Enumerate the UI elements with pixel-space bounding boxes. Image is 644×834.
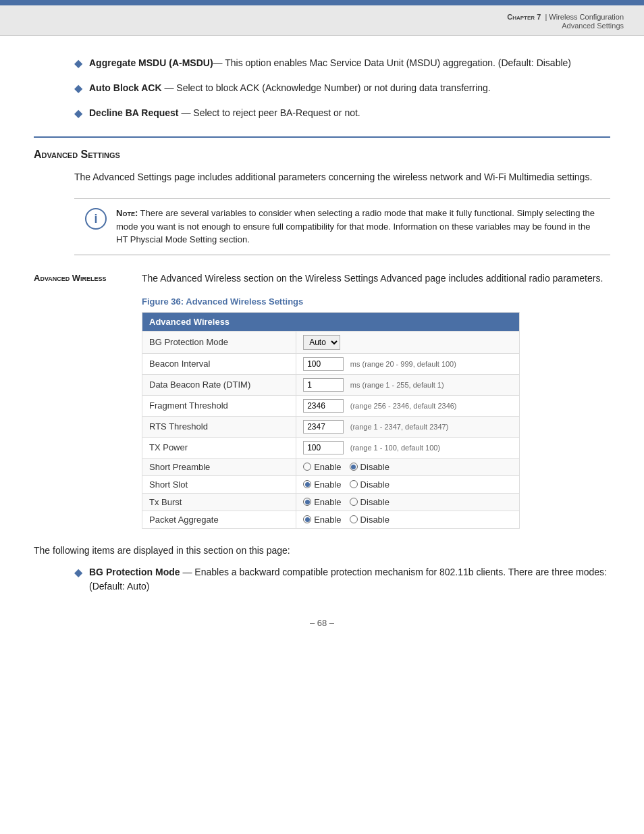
table-row: RTS Threshold (range 1 - 2347, default 2… [142, 416, 520, 437]
chapter-title: | Wireless Configuration [543, 13, 624, 21]
table-row: Short Slot Enable Disable [142, 475, 520, 493]
packet-aggregate-disable-option[interactable]: Disable [350, 515, 390, 525]
short-preamble-enable-label: Enable [314, 462, 341, 472]
table-container: Advanced Wireless BG Protection Mode Aut… [34, 312, 610, 529]
fragment-hint: (range 256 - 2346, default 2346) [350, 402, 457, 410]
beacon-interval-input[interactable] [303, 357, 344, 371]
advanced-wireless-description: The Advanced Wireless section on the Wir… [142, 271, 603, 286]
short-preamble-enable-option[interactable]: Enable [303, 462, 341, 472]
field-control-bg-protection: Auto On Off [296, 331, 520, 353]
field-label-packet-aggregate: Packet Aggregate [142, 511, 296, 528]
packet-aggregate-disable-radio[interactable] [350, 515, 358, 523]
tx-power-hint: (range 1 - 100, default 100) [350, 444, 440, 452]
short-preamble-disable-label: Disable [360, 462, 390, 472]
figure-label: Figure 36: Advanced Wireless Settings [34, 296, 610, 307]
bullet-text-1: Aggregate MSDU (A-MSDU)— This option ena… [89, 56, 571, 70]
tx-burst-enable-radio[interactable] [303, 498, 311, 506]
bullet-diamond-1: ◆ [74, 57, 82, 70]
chapter-header: Chapter 7 | Wireless Configuration Advan… [0, 5, 644, 36]
chapter-label: Chapter 7 [507, 13, 543, 21]
table-row: Fragment Threshold (range 256 - 2346, de… [142, 395, 520, 416]
field-control-data-beacon: ms (range 1 - 255, default 1) [296, 374, 520, 395]
bg-protection-select[interactable]: Auto On Off [303, 335, 340, 350]
field-control-rts: (range 1 - 2347, default 2347) [296, 416, 520, 437]
table-row: Data Beacon Rate (DTIM) ms (range 1 - 25… [142, 374, 520, 395]
bullet-text-3: Decline BA Request — Select to reject pe… [89, 106, 360, 120]
packet-aggregate-enable-option[interactable]: Enable [303, 515, 341, 525]
short-preamble-enable-radio[interactable] [303, 463, 311, 471]
short-slot-disable-option[interactable]: Disable [350, 479, 390, 490]
field-label-short-preamble: Short Preamble [142, 458, 296, 475]
tx-power-input[interactable] [303, 441, 344, 454]
tx-burst-disable-radio[interactable] [350, 498, 358, 506]
wireless-table: Advanced Wireless BG Protection Mode Aut… [142, 312, 520, 529]
short-slot-enable-label: Enable [314, 479, 341, 490]
field-label-tx-power: TX Power [142, 437, 296, 458]
table-row: Short Preamble Enable Disable [142, 458, 520, 475]
short-slot-enable-radio[interactable] [303, 480, 311, 488]
table-row: Beacon Interval ms (range 20 - 999, defa… [142, 353, 520, 374]
rts-input[interactable] [303, 420, 344, 434]
advanced-settings-description: The Advanced Settings page includes addi… [34, 170, 610, 184]
sub-title: Advanced Settings [20, 22, 624, 30]
field-control-short-slot: Enable Disable [296, 475, 520, 493]
short-preamble-disable-option[interactable]: Disable [350, 462, 390, 472]
following-bullet-diamond-1: ◆ [74, 566, 82, 579]
rts-hint: (range 1 - 2347, default 2347) [350, 423, 449, 431]
table-header-row: Advanced Wireless [142, 312, 520, 331]
field-label-bg-protection: BG Protection Mode [142, 331, 296, 353]
note-box: i Note: There are several variables to c… [74, 198, 610, 255]
field-label-fragment: Fragment Threshold [142, 395, 296, 416]
field-label-beacon-interval: Beacon Interval [142, 353, 296, 374]
short-slot-disable-label: Disable [360, 479, 390, 490]
field-control-beacon-interval: ms (range 20 - 999, default 100) [296, 353, 520, 374]
data-beacon-hint: ms (range 1 - 255, default 1) [350, 381, 444, 389]
table-row: Packet Aggregate Enable Disable [142, 511, 520, 528]
advanced-settings-heading: Advanced Settings [34, 149, 610, 161]
field-control-packet-aggregate: Enable Disable [296, 511, 520, 528]
tx-burst-enable-label: Enable [314, 497, 341, 507]
table-row: TX Power (range 1 - 100, default 100) [142, 437, 520, 458]
section-divider [34, 136, 610, 138]
following-bullet-text-1: BG Protection Mode — Enables a backward … [89, 565, 610, 594]
fragment-input[interactable] [303, 399, 344, 413]
bullet-item-1: ◆ Aggregate MSDU (A-MSDU)— This option e… [34, 56, 610, 70]
bullet-diamond-2: ◆ [74, 82, 82, 95]
packet-aggregate-disable-label: Disable [360, 515, 390, 525]
field-label-short-slot: Short Slot [142, 475, 296, 493]
header-bar [0, 0, 644, 5]
bullet-diamond-3: ◆ [74, 107, 82, 120]
short-slot-disable-radio[interactable] [350, 480, 358, 488]
field-label-tx-burst: Tx Burst [142, 493, 296, 511]
field-label-data-beacon: Data Beacon Rate (DTIM) [142, 374, 296, 395]
packet-aggregate-radio-group: Enable Disable [303, 515, 512, 525]
table-header-cell: Advanced Wireless [142, 312, 520, 331]
short-slot-radio-group: Enable Disable [303, 479, 512, 490]
short-slot-enable-option[interactable]: Enable [303, 479, 341, 490]
beacon-interval-hint: ms (range 20 - 999, default 100) [350, 360, 456, 368]
tx-burst-enable-option[interactable]: Enable [303, 497, 341, 507]
advanced-wireless-row: Advanced Wireless The Advanced Wireless … [34, 271, 610, 286]
short-preamble-disable-radio[interactable] [350, 463, 358, 471]
short-preamble-radio-group: Enable Disable [303, 462, 512, 472]
field-control-short-preamble: Enable Disable [296, 458, 520, 475]
page: Chapter 7 | Wireless Configuration Advan… [0, 0, 644, 834]
bullet-text-2: Auto Block ACK — Select to block ACK (Ac… [89, 81, 491, 95]
tx-burst-disable-option[interactable]: Disable [350, 497, 390, 507]
info-icon: i [85, 208, 107, 230]
packet-aggregate-enable-label: Enable [314, 515, 341, 525]
data-beacon-input[interactable] [303, 378, 344, 392]
field-control-tx-burst: Enable Disable [296, 493, 520, 511]
note-text: Note: There are several variables to con… [116, 207, 599, 246]
field-label-rts: RTS Threshold [142, 416, 296, 437]
following-text: The following items are displayed in thi… [34, 545, 610, 556]
page-number: – 68 – [34, 604, 610, 635]
bullet-item-2: ◆ Auto Block ACK — Select to block ACK (… [34, 81, 610, 95]
packet-aggregate-enable-radio[interactable] [303, 515, 311, 523]
table-row: Tx Burst Enable Disable [142, 493, 520, 511]
tx-burst-radio-group: Enable Disable [303, 497, 512, 507]
tx-burst-disable-label: Disable [360, 497, 390, 507]
content: ◆ Aggregate MSDU (A-MSDU)— This option e… [0, 36, 644, 655]
table-row: BG Protection Mode Auto On Off [142, 331, 520, 353]
advanced-wireless-label: Advanced Wireless [34, 271, 128, 286]
